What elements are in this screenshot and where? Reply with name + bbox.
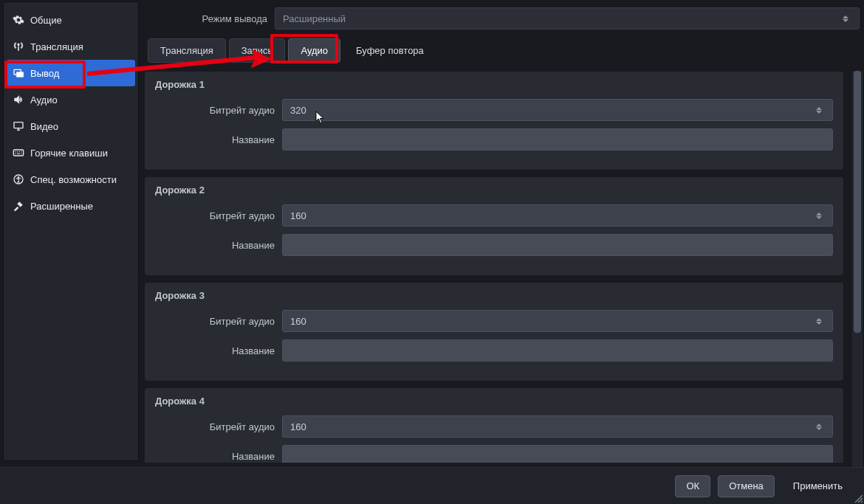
scrollbar-thumb[interactable]: [854, 71, 861, 333]
track-4: Дорожка 4 Битрейт аудио 160 Название: [145, 388, 843, 463]
settings-sidebar: Общие Трансляция Вывод Аудио Видео: [3, 1, 139, 461]
track-title: Дорожка 1: [155, 79, 833, 90]
chevron-updown-icon: [816, 209, 825, 222]
sidebar-item-label: Видео: [30, 121, 58, 132]
name-label: Название: [155, 451, 282, 462]
output-tabs: Трансляция Запись Аудио Буфер повтора: [145, 38, 860, 63]
bitrate-value: 160: [290, 316, 306, 327]
track-2: Дорожка 2 Битрейт аудио 160 Название: [145, 177, 843, 275]
svg-rect-2: [14, 122, 23, 128]
tab-audio[interactable]: Аудио: [288, 38, 340, 63]
output-mode-label: Режим вывода: [145, 13, 267, 24]
chevron-updown-icon: [816, 314, 825, 328]
bitrate-select-track-2[interactable]: 160: [282, 204, 833, 227]
antenna-icon: [13, 41, 24, 52]
tab-streaming[interactable]: Трансляция: [148, 38, 226, 63]
sidebar-item-accessibility[interactable]: Спец. возможности: [7, 166, 135, 193]
sidebar-item-hotkeys[interactable]: Горячие клавиши: [7, 139, 135, 166]
track-1: Дорожка 1 Битрейт аудио 320 Название: [145, 72, 843, 170]
sidebar-item-output[interactable]: Вывод: [7, 60, 135, 86]
bitrate-value: 160: [290, 210, 306, 221]
bitrate-value: 320: [290, 105, 306, 116]
sidebar-item-video[interactable]: Видео: [7, 113, 135, 139]
bitrate-label: Битрейт аудио: [155, 210, 282, 221]
name-input-track-2[interactable]: [282, 234, 833, 256]
track-title: Дорожка 2: [155, 184, 833, 196]
main-panel: Режим вывода Расширенный Трансляция Запи…: [142, 0, 864, 463]
chevron-updown-icon: [816, 420, 825, 433]
gear-icon: [13, 14, 24, 26]
scrollbar[interactable]: [852, 71, 863, 463]
track-title: Дорожка 4: [155, 396, 833, 407]
track-3: Дорожка 3 Битрейт аудио 160 Название: [145, 283, 843, 381]
name-label: Название: [155, 134, 282, 145]
bitrate-value: 160: [290, 421, 306, 432]
sidebar-item-label: Вывод: [30, 68, 59, 79]
sidebar-item-label: Спец. возможности: [30, 174, 117, 185]
name-label: Название: [155, 240, 282, 251]
sidebar-item-label: Аудио: [30, 94, 58, 106]
apply-button[interactable]: Применить: [782, 475, 854, 497]
tab-replay-buffer[interactable]: Буфер повтора: [343, 38, 436, 63]
tools-icon: [13, 200, 24, 212]
name-label: Название: [155, 345, 282, 356]
bitrate-label: Битрейт аудио: [155, 316, 282, 327]
accessibility-icon: [13, 173, 24, 185]
tracks-scroll-area: Дорожка 1 Битрейт аудио 320 Название: [145, 72, 860, 463]
bitrate-label: Битрейт аудио: [155, 105, 282, 116]
keyboard-icon: [13, 147, 24, 159]
track-title: Дорожка 3: [155, 290, 833, 301]
sidebar-item-advanced[interactable]: Расширенные: [7, 193, 135, 219]
sidebar-item-label: Трансляция: [30, 41, 83, 52]
sidebar-item-label: Горячие клавиши: [30, 148, 108, 159]
speaker-icon: [13, 94, 24, 106]
ok-button[interactable]: ОК: [675, 475, 710, 497]
svg-point-5: [18, 176, 19, 178]
cancel-button[interactable]: Отмена: [718, 475, 775, 497]
svg-rect-3: [13, 150, 23, 156]
dialog-footer: ОК Отмена Применить: [0, 467, 864, 504]
name-input-track-1[interactable]: [282, 128, 833, 151]
name-input-track-3[interactable]: [282, 339, 833, 362]
sidebar-item-audio[interactable]: Аудио: [7, 86, 135, 113]
name-input-track-4[interactable]: [282, 445, 833, 463]
svg-rect-1: [16, 72, 23, 77]
output-icon: [13, 67, 24, 79]
output-mode-select[interactable]: Расширенный: [275, 7, 860, 30]
bitrate-select-track-1[interactable]: 320: [282, 99, 833, 121]
bitrate-select-track-3[interactable]: 160: [282, 310, 833, 332]
chevron-updown-icon: [816, 103, 825, 117]
tab-recording[interactable]: Запись: [229, 38, 286, 63]
output-mode-value: Расширенный: [283, 13, 346, 24]
sidebar-item-stream[interactable]: Трансляция: [7, 33, 135, 60]
bitrate-label: Битрейт аудио: [155, 421, 282, 432]
monitor-icon: [13, 120, 24, 132]
sidebar-item-general[interactable]: Общие: [7, 7, 135, 33]
bitrate-select-track-4[interactable]: 160: [282, 415, 833, 438]
output-mode-row: Режим вывода Расширенный: [145, 7, 860, 30]
sidebar-item-label: Общие: [30, 15, 62, 26]
sidebar-item-label: Расширенные: [30, 201, 93, 212]
chevron-updown-icon: [843, 12, 851, 25]
